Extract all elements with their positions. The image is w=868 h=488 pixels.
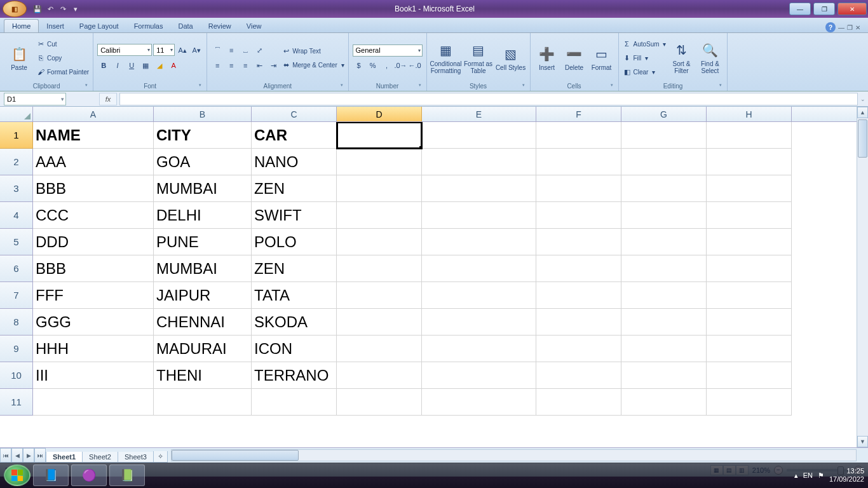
fx-button[interactable]: fx: [99, 93, 117, 105]
number-format-combo[interactable]: General: [353, 44, 423, 57]
cell-F2[interactable]: [536, 149, 621, 175]
cell-C5[interactable]: POLO: [252, 229, 337, 255]
maximize-button[interactable]: ❐: [813, 3, 835, 15]
tray-flag-icon[interactable]: ⚑: [818, 471, 824, 480]
sheet-tab-3[interactable]: Sheet3: [118, 452, 154, 463]
comma-icon[interactable]: ,: [381, 59, 393, 72]
cell-G10[interactable]: [621, 362, 707, 389]
cell-E4[interactable]: [422, 202, 536, 229]
undo-icon[interactable]: ↶: [44, 3, 56, 15]
find-select-button[interactable]: 🔍Find & Select: [696, 41, 723, 74]
tab-data[interactable]: Data: [170, 20, 200, 32]
font-size-combo[interactable]: 11: [153, 44, 175, 56]
insert-cells-button[interactable]: ➕Insert: [534, 45, 560, 71]
italic-button[interactable]: I: [111, 59, 124, 72]
cell-C10[interactable]: TERRANO: [252, 362, 337, 389]
save-icon[interactable]: 💾: [32, 3, 43, 15]
cell-D9[interactable]: [337, 336, 422, 362]
redo-icon[interactable]: ↷: [57, 3, 69, 15]
cell-H11[interactable]: [707, 389, 792, 416]
decrease-indent-icon[interactable]: ⇤: [253, 59, 266, 72]
cell-A4[interactable]: CCC: [33, 202, 154, 229]
cell-D4[interactable]: [337, 202, 422, 229]
row-header-6[interactable]: 6: [0, 255, 33, 282]
cell-B10[interactable]: THENI: [154, 362, 252, 389]
cell-E6[interactable]: [422, 255, 536, 282]
cell-E5[interactable]: [422, 229, 536, 255]
align-center-icon[interactable]: ≡: [225, 59, 238, 72]
cell-C9[interactable]: ICON: [252, 336, 337, 362]
tray-clock[interactable]: 13:25 17/09/2022: [829, 467, 864, 484]
cell-E7[interactable]: [422, 282, 536, 309]
copy-button[interactable]: ⎘Copy: [36, 51, 89, 64]
close-button[interactable]: ✕: [837, 3, 867, 15]
cell-B2[interactable]: GOA: [154, 149, 252, 175]
cell-F3[interactable]: [536, 175, 621, 202]
scroll-up-icon[interactable]: ▲: [857, 107, 868, 118]
doc-close-icon[interactable]: ✕: [855, 24, 860, 31]
column-header-E[interactable]: E: [422, 107, 536, 121]
column-header-F[interactable]: F: [536, 107, 621, 121]
clear-button[interactable]: ◧Clear ▾: [623, 65, 667, 78]
format-painter-button[interactable]: 🖌Format Painter: [36, 65, 89, 78]
formula-bar-expand-icon[interactable]: ⌄: [858, 96, 868, 102]
cell-G8[interactable]: [621, 309, 707, 336]
cell-F11[interactable]: [536, 389, 621, 416]
column-header-C[interactable]: C: [252, 107, 337, 121]
cell-H7[interactable]: [707, 282, 792, 309]
cell-C8[interactable]: SKODA: [252, 309, 337, 336]
sheet-nav-last-icon[interactable]: ⏭: [34, 448, 46, 463]
help-icon[interactable]: ?: [825, 22, 836, 32]
new-sheet-button[interactable]: ✧: [153, 451, 168, 463]
autosum-button[interactable]: ΣAutoSum ▾: [623, 37, 667, 50]
column-header-H[interactable]: H: [707, 107, 792, 121]
cell-H4[interactable]: [707, 202, 792, 229]
cut-button[interactable]: ✂Cut: [36, 37, 89, 50]
cell-D11[interactable]: [337, 389, 422, 416]
cell-A1[interactable]: NAME: [33, 122, 154, 149]
delete-cells-button[interactable]: ➖Delete: [562, 45, 587, 71]
cell-D10[interactable]: [337, 362, 422, 389]
row-header-9[interactable]: 9: [0, 336, 33, 362]
cell-B3[interactable]: MUMBAI: [154, 175, 252, 202]
cell-H10[interactable]: [707, 362, 792, 389]
border-button[interactable]: ▦: [139, 59, 152, 72]
scroll-down-icon[interactable]: ▼: [857, 436, 868, 447]
cell-E11[interactable]: [422, 389, 536, 416]
cell-B7[interactable]: JAIPUR: [154, 282, 252, 309]
cell-D5[interactable]: [337, 229, 422, 255]
tab-review[interactable]: Review: [201, 20, 239, 32]
align-middle-icon[interactable]: ≡: [225, 44, 238, 57]
cell-A3[interactable]: BBB: [33, 175, 154, 202]
cell-A9[interactable]: HHH: [33, 336, 154, 362]
cell-H2[interactable]: [707, 149, 792, 175]
align-right-icon[interactable]: ≡: [239, 59, 252, 72]
format-as-table-button[interactable]: ▤Format as Table: [463, 41, 494, 74]
cell-C1[interactable]: CAR: [252, 122, 337, 149]
tab-page-layout[interactable]: Page Layout: [72, 20, 126, 32]
cell-D8[interactable]: [337, 309, 422, 336]
office-button[interactable]: ◧: [3, 1, 27, 17]
cell-G4[interactable]: [621, 202, 707, 229]
name-box[interactable]: D1: [4, 93, 66, 105]
ribbon-minimize-icon[interactable]: —: [838, 24, 844, 31]
tab-formulas[interactable]: Formulas: [126, 20, 171, 32]
cell-G7[interactable]: [621, 282, 707, 309]
font-name-combo[interactable]: Calibri: [97, 44, 152, 56]
cell-C6[interactable]: ZEN: [252, 255, 337, 282]
cell-E8[interactable]: [422, 309, 536, 336]
column-header-D[interactable]: D: [337, 107, 422, 121]
cell-D7[interactable]: [337, 282, 422, 309]
column-header-B[interactable]: B: [154, 107, 252, 121]
cell-A2[interactable]: AAA: [33, 149, 154, 175]
cell-H3[interactable]: [707, 175, 792, 202]
row-header-11[interactable]: 11: [0, 389, 33, 416]
cell-B1[interactable]: CITY: [154, 122, 252, 149]
cell-H1[interactable]: [707, 122, 792, 149]
sheet-tab-1[interactable]: Sheet1: [46, 452, 83, 463]
font-color-button[interactable]: A: [167, 59, 180, 72]
cell-F10[interactable]: [536, 362, 621, 389]
formula-input[interactable]: [119, 93, 858, 105]
cell-A8[interactable]: GGG: [33, 309, 154, 336]
grow-font-icon[interactable]: A▴: [176, 44, 189, 57]
